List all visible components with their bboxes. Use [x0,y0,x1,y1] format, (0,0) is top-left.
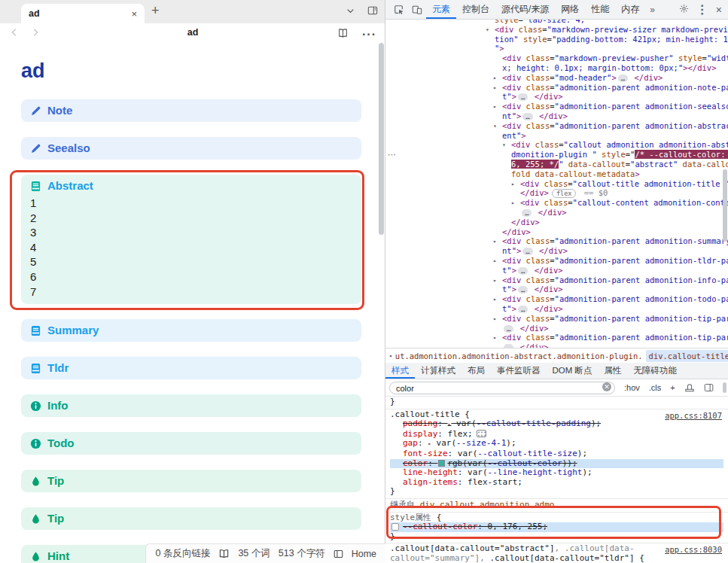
tree-more-actions-icon[interactable]: ⋯ [388,150,395,160]
tree-node[interactable]: ▸<div class="callout-content admonition-… [385,198,728,208]
pencil-icon [30,105,41,117]
tree-node[interactable]: ▾<div class="admonition-parent admonitio… [385,121,728,131]
settings-gear-icon[interactable] [679,3,689,17]
more-options-icon[interactable]: ··· [362,28,376,41]
tree-node[interactable]: ▾<div class="markdown-preview-sizer mark… [385,25,728,35]
reading-view-icon[interactable] [337,28,349,41]
styles-scrollbar-thumb[interactable] [723,382,726,393]
tree-node[interactable]: ▸<div class="admonition-parent admonitio… [385,236,728,246]
home-indicator: Home [352,549,376,559]
devtools-close-icon[interactable]: × [716,4,722,16]
color-swatch[interactable] [438,460,445,467]
tree-node[interactable]: nt">… </div> [385,111,728,121]
toggle-element-state-icon[interactable] [684,383,695,392]
callout-seealso[interactable]: Seealso [21,137,361,160]
tree-node[interactable]: … </div> [385,208,728,218]
tree-node[interactable]: nt">… </div> [385,246,728,256]
rule-selector[interactable]: callout="summary"], .callout[data-callou… [390,554,723,563]
devtools-tab-元素[interactable]: 元素 [426,0,456,19]
tree-scrollbar-thumb[interactable] [723,169,727,242]
elements-tree: style="tab-size: 4;▾<div class="markdown… [385,20,728,348]
device-toolbar-icon[interactable] [412,5,422,15]
rule-close-brace: } [385,397,728,409]
css-property[interactable]: align-items: flex-start; [390,478,723,488]
inspect-element-icon[interactable] [394,5,404,15]
tree-node[interactable]: ▾<div class="callout admonition admoniti… [385,140,728,150]
css-property[interactable]: padding: ▸ var(--callout-title-padding); [390,419,723,430]
callout-todo[interactable]: Todo [21,432,361,455]
filter-button-:hov[interactable]: :hov [624,383,640,392]
tree-node[interactable]: fold data-callout-metadata> [385,169,728,179]
styles-tab-计算样式[interactable]: 计算样式 [415,363,461,379]
callout-tip[interactable]: Tip [21,470,361,492]
tree-node[interactable]: </div>flex == $0 [385,188,728,198]
filter-button-.cls[interactable]: .cls [649,383,662,392]
computed-panel-icon[interactable] [704,383,714,392]
tree-node[interactable]: style="tab-size: 4; [385,20,728,25]
chevron-down-icon[interactable] [346,5,355,19]
clear-filter-icon[interactable]: ✕ [602,382,611,391]
styles-tab-无障碍功能[interactable]: 无障碍功能 [628,363,684,379]
callout-summary[interactable]: Summary [21,319,361,342]
filter-button-+[interactable]: + [670,383,675,392]
devtools-tab-控制台[interactable]: 控制台 [456,0,495,19]
css-property[interactable]: gap: ▸ var(--size-4-1); [390,439,723,449]
tree-node[interactable]: t">… </div> [385,266,728,275]
close-icon[interactable]: × [131,8,137,20]
tree-node[interactable]: ▸<div class="admonition-parent admonitio… [385,83,728,93]
devtools-tab-内存[interactable]: 内存 [615,0,645,19]
tree-node[interactable]: 6, 255; */" data-callout="abstract" data… [385,160,728,169]
breadcrumb-trail[interactable]: ut.admonition.admonition-abstract.admoni… [395,351,643,361]
devtools-tab-网络[interactable]: 网络 [555,0,585,19]
tab-ad[interactable]: ad × [21,4,145,23]
callout-tldr[interactable]: Tldr [21,357,361,379]
tree-node[interactable]: t">… </div> [385,285,728,294]
tree-node[interactable]: </div> [385,218,728,227]
right-sidebar-toggle-icon[interactable] [367,5,378,19]
styles-tab-事件监听器[interactable]: 事件监听器 [491,363,547,379]
callout-note[interactable]: Note [21,99,361,122]
tree-node[interactable]: "> [385,44,728,53]
new-tab-button[interactable]: + [151,3,160,19]
tree-node[interactable]: t">… </div> [385,304,728,314]
scrollbar-thumb[interactable] [379,43,384,235]
devtools-tab-源代码/来源[interactable]: 源代码/来源 [495,0,555,19]
property-checkbox[interactable] [391,523,399,531]
tree-node[interactable]: ▸<div class="admonition-parent admonitio… [385,314,728,324]
filter-input[interactable] [389,382,615,394]
tree-node[interactable]: … </div> [385,342,728,348]
tree-node[interactable]: ▸<div class="admonition-parent admonitio… [385,102,728,111]
tree-node[interactable]: ▸<div class="admonition-parent admonitio… [385,294,728,304]
tree-node[interactable]: ▸<div class="mod-header">… </div> [385,73,728,83]
devtools-menu-icon[interactable]: ⋮ [696,2,708,17]
callout-tip[interactable]: Tip [21,507,361,530]
tree-node[interactable]: dmonition-plugin " style="/* --callout-c… [385,150,728,160]
styles-tab-样式[interactable]: 样式 [385,363,415,379]
tree-node[interactable]: x; height: 0.1px; margin-bottom: 0px;"><… [385,63,728,73]
tree-node[interactable]: ▸<div class="admonition-parent admonitio… [385,256,728,266]
tree-node[interactable]: t">… </div> [385,92,728,102]
callout-abstract[interactable]: Abstract1234567 [21,175,361,304]
styles-tab-DOM 断点[interactable]: DOM 断点 [547,363,599,379]
breadcrumb-left-icon[interactable]: ◂ [385,352,395,359]
callout-info[interactable]: Info [21,394,361,417]
css-property[interactable]: --callout-color: 0, 176, 255; [390,522,723,532]
stylesheet-link[interactable]: app.css:8030 [665,545,722,555]
flex-editor-icon[interactable] [477,430,486,437]
tree-node[interactable]: … </div> [385,324,728,333]
tree-node[interactable]: ▸<div class="admonition-parent admonitio… [385,333,728,342]
tree-node[interactable]: </div> [385,227,728,237]
tree-node[interactable]: tion" style="padding-bottom: 421px; min-… [385,35,728,44]
inherited-from-selector[interactable]: div.callout.admonition.admo [420,500,555,510]
more-tabs-icon[interactable]: » [645,5,659,15]
backlinks-count[interactable]: 0 条反向链接 [155,547,210,560]
tree-node[interactable]: <div class="markdown-preview-pusher" sty… [385,53,728,63]
tree-node[interactable]: ▸<div class="admonition-parent admonitio… [385,275,728,285]
breadcrumb-selected[interactable]: div.callout-title.admonition-title. [646,350,728,362]
devtools-tab-性能[interactable]: 性能 [585,0,615,19]
styles-tab-布局[interactable]: 布局 [461,363,491,379]
styles-tab-属性[interactable]: 属性 [599,363,628,379]
tree-node[interactable]: ▸<div class="callout-title admonition-ti… [385,179,728,189]
flame-icon [30,513,41,525]
tree-node[interactable]: ent"> [385,131,728,141]
